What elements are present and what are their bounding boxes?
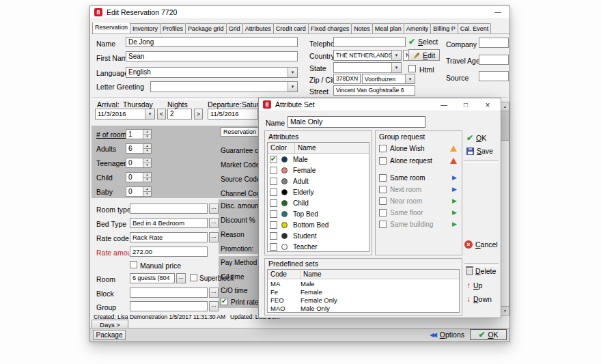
minimize-button[interactable]: — — [492, 8, 504, 16]
teenager-spinner[interactable]: 0 ▲▼ — [126, 158, 152, 168]
dropdown-arrow-icon[interactable]: ▼ — [288, 82, 297, 92]
group-request-same-room[interactable]: Same room ▶ — [379, 173, 457, 182]
letter-greeting-select[interactable]: ▼ — [150, 81, 298, 92]
same-building-checkbox[interactable] — [379, 221, 387, 228]
nights-input[interactable]: 2 — [167, 109, 192, 120]
cancel-button[interactable]: × Cancel — [464, 240, 498, 249]
rooms-spinner[interactable]: 1 ▲▼ — [126, 129, 152, 139]
attribute-row-student[interactable]: Student — [268, 230, 369, 241]
vertical-scrollbar[interactable]: ▲ ▼ — [501, 102, 509, 316]
alone-request-checkbox[interactable] — [379, 157, 387, 165]
reservation-type-header[interactable]: Reservation Typ — [221, 127, 260, 137]
dropdown-arrow-icon[interactable]: ▼ — [145, 109, 154, 119]
telephone-input[interactable] — [333, 37, 406, 47]
block-browse-button[interactable]: ... — [209, 288, 219, 298]
attribute-checkbox[interactable] — [270, 188, 277, 196]
html-checkbox[interactable] — [408, 65, 416, 72]
adults-spinner[interactable]: 6 ▲▼ — [126, 143, 152, 154]
select-button[interactable]: ✔ Select — [408, 38, 438, 46]
tab-credit-card[interactable]: Credit card — [273, 23, 309, 33]
tab-cal-event[interactable]: Cal. Event — [458, 23, 492, 33]
close-button[interactable]: × — [481, 100, 494, 110]
minimize-button[interactable]: — — [438, 101, 450, 109]
source-input[interactable] — [479, 71, 509, 81]
dropdown-arrow-icon[interactable]: ▼ — [288, 68, 297, 77]
attribute-row-female[interactable]: Female — [268, 165, 369, 176]
attribute-checkbox[interactable] — [270, 221, 277, 229]
tab-inventory[interactable]: Inventory — [130, 23, 160, 33]
scroll-down-button[interactable]: ▼ — [501, 306, 509, 315]
group-browse-button[interactable]: ... — [209, 301, 219, 311]
rate-code-input[interactable]: Rack Rate — [130, 232, 208, 242]
delete-button[interactable]: Delete — [466, 267, 496, 275]
spin-down-icon[interactable]: ▼ — [143, 177, 151, 182]
group-request-same-floor[interactable]: Same floor ▶ — [379, 208, 457, 217]
spin-down-icon[interactable]: ▼ — [143, 148, 151, 153]
tab-meal-plan[interactable]: Meal plan — [372, 23, 404, 33]
move-down-button[interactable]: ↓ Down — [466, 295, 492, 303]
group-request-alone-request[interactable]: Alone request — [379, 156, 457, 165]
column-header-code[interactable]: Code — [268, 270, 300, 279]
tab-attributes[interactable]: Attributes — [242, 23, 274, 33]
spin-down-icon[interactable]: ▼ — [143, 134, 151, 139]
company-input[interactable] — [479, 38, 509, 48]
attribute-row-elderly[interactable]: Elderly — [268, 186, 369, 197]
options-button[interactable]: ◀◀ Options — [430, 331, 464, 339]
tab-reservation[interactable]: Reservation — [92, 23, 130, 33]
group-input[interactable] — [130, 301, 208, 311]
column-header-name[interactable]: Name — [295, 143, 369, 153]
rate-code-browse-button[interactable]: ... — [209, 232, 219, 242]
alone-wish-checkbox[interactable] — [379, 145, 387, 152]
group-request-near-room[interactable]: Near room ▶ — [379, 196, 457, 206]
attribute-row-child[interactable]: Child — [268, 197, 369, 208]
dropdown-arrow-icon[interactable]: ▼ — [405, 74, 415, 83]
predefined-row-fe[interactable]: Fe Female — [268, 288, 459, 296]
ok-button[interactable]: ✔ OK — [470, 329, 507, 340]
near-room-checkbox[interactable] — [379, 197, 387, 205]
attribute-row-adult[interactable]: Adult — [268, 176, 369, 186]
column-header-color[interactable]: Color — [268, 143, 295, 153]
city-select[interactable]: Voorthuizen ▼ — [362, 74, 415, 84]
attribute-checkbox[interactable] — [270, 243, 277, 251]
scrollbar-thumb[interactable] — [501, 111, 509, 141]
spin-down-icon[interactable]: ▼ — [143, 163, 151, 167]
room-type-input[interactable] — [130, 204, 208, 214]
maximize-button[interactable]: □ — [460, 101, 472, 109]
attribute-row-teacher[interactable]: Teacher — [268, 241, 369, 252]
predefined-row-feo[interactable]: FEO Female Only — [268, 296, 459, 304]
name-input[interactable]: De Jong — [126, 37, 298, 47]
group-request-same-building[interactable]: Same building ▶ — [379, 219, 457, 229]
travel-agent-input[interactable] — [479, 55, 509, 65]
next-room-checkbox[interactable] — [379, 186, 387, 193]
superblock-checkbox[interactable] — [190, 274, 197, 281]
attribute-checkbox[interactable] — [270, 156, 277, 163]
attribute-row-bottom-bed[interactable]: Bottom Bed — [268, 219, 369, 230]
attribute-checkbox[interactable] — [270, 210, 277, 218]
attribute-checkbox[interactable] — [270, 178, 277, 185]
tab-amenity[interactable]: Amenity — [404, 23, 432, 33]
manual-price-checkbox[interactable] — [130, 261, 137, 268]
country-select[interactable]: THE NETHERLANDS ▼ — [333, 50, 402, 61]
print-rate-checkbox[interactable] — [221, 298, 228, 305]
column-header-name[interactable]: Name — [300, 270, 459, 279]
state-select[interactable]: ▼ — [333, 62, 402, 73]
bed-type-browse-button[interactable]: ... — [209, 218, 219, 228]
language-select[interactable]: English ▼ — [126, 67, 298, 78]
baby-spinner[interactable]: 0 ▲▼ — [126, 186, 152, 197]
tab-notes[interactable]: Notes — [351, 23, 373, 33]
first-name-input[interactable]: Sean — [126, 51, 298, 61]
attribute-row-male[interactable]: Male — [268, 154, 369, 165]
dialog-ok-button[interactable]: ✔ OK — [466, 134, 486, 142]
edit-button[interactable]: Edit — [408, 49, 440, 61]
zip-input[interactable]: 378DXN — [333, 74, 361, 84]
tab-profiles[interactable]: Profiles — [160, 23, 186, 33]
street-input[interactable]: Vincent Van Goghstraße 6 — [333, 85, 415, 96]
tab-grid[interactable]: Grid — [226, 23, 243, 33]
bed-type-input[interactable]: Bed in 4 Bedroom — [130, 218, 208, 228]
room-browse-button[interactable]: ... — [176, 273, 186, 283]
attribute-checkbox[interactable] — [270, 199, 277, 207]
group-request-alone-wish[interactable]: Alone Wish — [379, 143, 457, 153]
attribute-checkbox[interactable] — [270, 232, 277, 240]
package-button[interactable]: Package — [93, 330, 126, 340]
attribute-checkbox[interactable] — [270, 167, 277, 174]
